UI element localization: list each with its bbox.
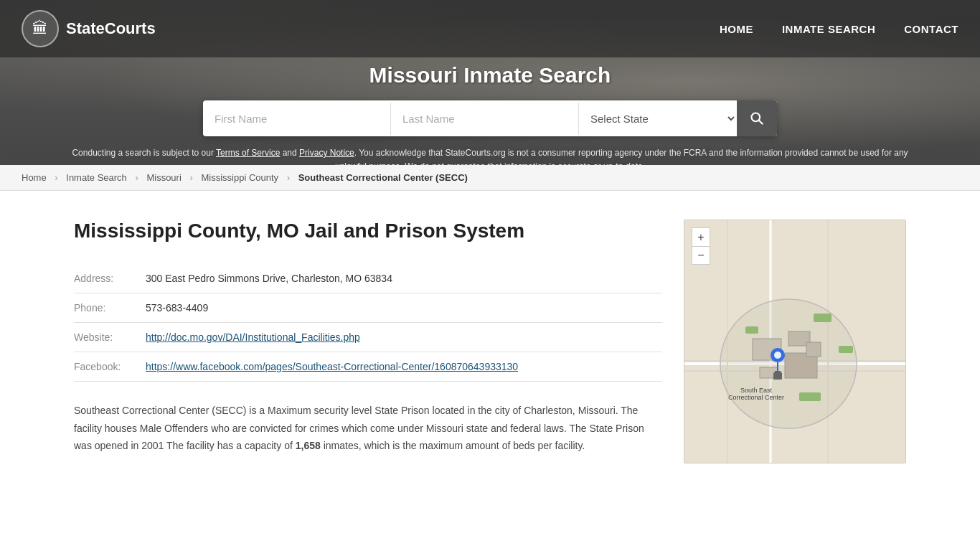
nav-links: HOME INMATE SEARCH CONTACT	[720, 23, 958, 35]
nav-contact[interactable]: CONTACT	[904, 23, 958, 35]
zoom-in-button[interactable]: +	[692, 227, 710, 246]
breadcrumb-sep-4: ›	[287, 172, 290, 183]
map-container: + −	[684, 220, 906, 463]
zoom-out-button[interactable]: −	[692, 246, 710, 265]
site-logo[interactable]: 🏛 StateCourts	[22, 10, 156, 47]
nav-home[interactable]: HOME	[720, 23, 753, 35]
breadcrumb-sep-2: ›	[135, 172, 138, 183]
svg-point-21	[774, 352, 781, 359]
address-value: 300 East Pedro Simmons Drive, Charleston…	[146, 264, 662, 293]
capacity-value: 1,658	[296, 440, 321, 451]
page-title: Missouri Inmate Search	[369, 63, 611, 88]
search-form: Select State Alabama Alaska Arizona Arka…	[203, 100, 777, 136]
facility-info-table: Address: 300 East Pedro Simmons Drive, C…	[74, 264, 662, 382]
svg-rect-17	[839, 346, 853, 353]
disclaimer-text: Conducting a search is subject to our Te…	[0, 146, 980, 165]
navigation: 🏛 StateCourts HOME INMATE SEARCH CONTACT	[0, 0, 980, 57]
breadcrumb-home[interactable]: Home	[22, 172, 47, 183]
breadcrumb-sep-1: ›	[55, 172, 57, 183]
header: 🏛 StateCourts HOME INMATE SEARCH CONTACT…	[0, 0, 980, 165]
first-name-input[interactable]	[203, 103, 391, 135]
svg-rect-18	[799, 392, 821, 401]
description-part2: inmates, which is the maximum amount of …	[321, 440, 585, 451]
address-row: Address: 300 East Pedro Simmons Drive, C…	[74, 264, 662, 293]
website-label: Website:	[74, 323, 146, 352]
map-svg: South East Correctional Center	[684, 220, 906, 463]
website-row: Website: http://doc.mo.gov/DAI/Instituti…	[74, 323, 662, 352]
breadcrumb-missouri[interactable]: Missouri	[146, 172, 181, 183]
breadcrumb: Home › Inmate Search › Missouri › Missis…	[0, 165, 980, 191]
facebook-link[interactable]: https://www.facebook.com/pages/Southeast…	[146, 361, 518, 372]
website-value: http://doc.mo.gov/DAI/Institutional_Faci…	[146, 323, 662, 352]
svg-line-1	[759, 121, 763, 125]
main-content: Mississippi County, MO Jail and Prison S…	[38, 191, 942, 492]
breadcrumb-mississippi-county[interactable]: Mississippi County	[201, 172, 278, 183]
svg-rect-23	[773, 372, 782, 380]
facebook-label: Facebook:	[74, 352, 146, 382]
svg-rect-19	[745, 326, 758, 334]
facebook-row: Facebook: https://www.facebook.com/pages…	[74, 352, 662, 382]
phone-row: Phone: 573-683-4409	[74, 293, 662, 323]
svg-point-0	[752, 113, 760, 122]
svg-text:South East: South East	[740, 387, 773, 394]
svg-rect-24	[775, 371, 781, 373]
map-area: + −	[684, 220, 906, 463]
phone-value: 573-683-4409	[146, 293, 662, 323]
last-name-input[interactable]	[391, 103, 579, 135]
facility-title: Mississippi County, MO Jail and Prison S…	[74, 220, 662, 242]
map-zoom-controls: + −	[692, 227, 710, 265]
search-icon	[750, 111, 764, 126]
svg-rect-15	[806, 342, 821, 357]
terms-link[interactable]: Terms of Service	[216, 148, 280, 158]
state-select[interactable]: Select State Alabama Alaska Arizona Arka…	[579, 102, 737, 136]
site-name: StateCourts	[66, 19, 156, 38]
facebook-value: https://www.facebook.com/pages/Southeast…	[146, 352, 662, 382]
nav-inmate-search[interactable]: INMATE SEARCH	[782, 23, 875, 35]
phone-label: Phone:	[74, 293, 146, 323]
search-button[interactable]	[737, 100, 777, 136]
content-left: Mississippi County, MO Jail and Prison S…	[74, 220, 662, 463]
logo-icon: 🏛	[22, 10, 59, 47]
breadcrumb-inmate-search[interactable]: Inmate Search	[66, 172, 127, 183]
svg-rect-16	[814, 314, 831, 322]
breadcrumb-current: Southeast Correctional Center (SECC)	[298, 172, 468, 183]
address-label: Address:	[74, 264, 146, 293]
facility-description: Southeast Correctional Center (SECC) is …	[74, 402, 662, 455]
breadcrumb-sep-3: ›	[189, 172, 192, 183]
website-link[interactable]: http://doc.mo.gov/DAI/Institutional_Faci…	[146, 331, 360, 343]
privacy-link[interactable]: Privacy Notice	[299, 148, 354, 158]
svg-text:Correctional Center: Correctional Center	[728, 394, 784, 401]
